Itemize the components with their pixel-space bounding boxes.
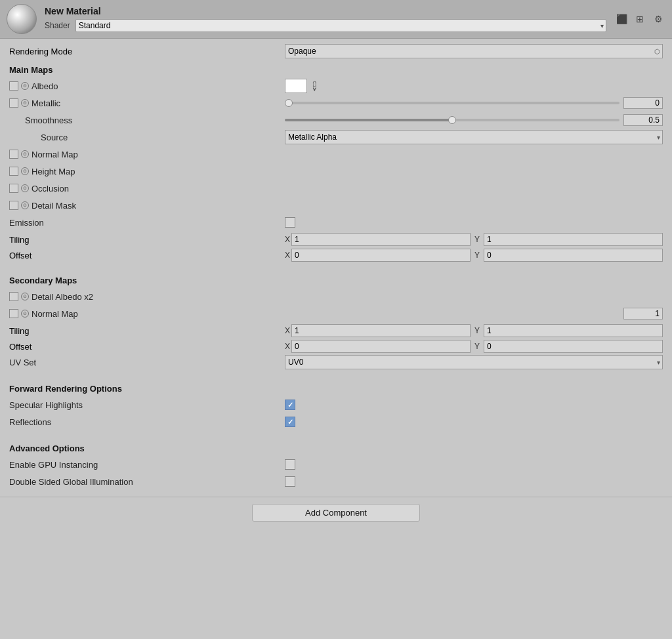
occlusion-circle-icon: ⊙ — [21, 184, 29, 192]
detail-mask-texture-slot[interactable] — [9, 201, 18, 210]
gpu-instancing-label-col: Enable GPU Instancing — [9, 460, 285, 470]
secondary-offset-x-label: X — [285, 342, 290, 351]
reflections-value-col — [285, 417, 663, 427]
secondary-offset-y-label: Y — [471, 342, 484, 351]
secondary-tiling-label: Tiling — [9, 326, 285, 336]
offset-x-label: X — [285, 251, 290, 260]
secondary-tiling-y-input[interactable] — [484, 324, 663, 337]
material-preview-sphere — [7, 4, 37, 34]
add-component-button[interactable]: Add Component — [252, 504, 420, 522]
metallic-value-field[interactable] — [623, 97, 663, 109]
secondary-tiling-fields: X Y — [285, 324, 663, 337]
eyedropper-icon[interactable]: 🖊 — [307, 79, 321, 93]
emission-checkbox[interactable] — [285, 217, 295, 228]
icon-btn-1[interactable]: ⬛ — [614, 12, 629, 26]
albedo-label: Albedo — [32, 81, 58, 91]
uv-set-label-col: UV Set — [9, 358, 285, 367]
double-sided-row: Double Sided Global Illumination — [9, 474, 663, 489]
uv-set-select[interactable]: UV0 UV1 — [285, 355, 663, 369]
forward-rendering-header: Forward Rendering Options — [9, 384, 663, 394]
detail-albedo-row: ⊙ Detail Albedo x2 — [9, 289, 663, 304]
inspector-content: Rendering Mode Opaque Cutout Fade Transp… — [0, 39, 672, 497]
double-sided-value-col — [285, 476, 663, 487]
secondary-offset-row: Offset X Y — [9, 339, 663, 354]
source-select-wrap[interactable]: Metallic Alpha Albedo Alpha — [285, 130, 663, 144]
uv-set-select-wrap[interactable]: UV0 UV1 — [285, 355, 663, 369]
gpu-instancing-label: Enable GPU Instancing — [9, 460, 98, 470]
uv-set-value-col: UV0 UV1 — [285, 355, 663, 369]
secondary-offset-label: Offset — [9, 342, 285, 352]
detail-albedo-label-col: ⊙ Detail Albedo x2 — [9, 292, 285, 302]
normal-map-row: ⊙ Normal Map — [9, 147, 663, 161]
detail-mask-label-col: ⊙ Detail Mask — [9, 201, 285, 211]
title-bar: New Material Shader Standard ⬛ ⊞ ⚙ — [0, 0, 672, 39]
tiling-x-label: X — [285, 235, 290, 244]
secondary-maps-header: Secondary Maps — [9, 276, 663, 285]
secondary-offset-y-input[interactable] — [484, 340, 663, 353]
secondary-normal-texture-slot[interactable] — [9, 309, 18, 318]
shader-dropdown-wrap[interactable]: Standard — [75, 19, 606, 32]
normal-map-texture-slot[interactable] — [9, 150, 18, 159]
occlusion-row: ⊙ Occlusion — [9, 181, 663, 196]
settings-icon[interactable]: ⚙ — [651, 12, 665, 26]
albedo-texture-slot[interactable] — [9, 81, 18, 91]
metallic-texture-slot[interactable] — [9, 98, 18, 108]
rendering-mode-label: Rendering Mode — [9, 47, 285, 56]
emission-label: Emission — [9, 218, 44, 228]
source-label-col: Source — [41, 133, 285, 142]
double-sided-label: Double Sided Global Illumination — [9, 477, 133, 487]
main-tiling-label: Tiling — [9, 235, 285, 245]
double-sided-checkbox[interactable] — [285, 476, 295, 487]
specular-value-col — [285, 400, 663, 410]
albedo-color-swatch[interactable] — [285, 79, 307, 93]
normal-map-label-col: ⊙ Normal Map — [9, 150, 285, 159]
source-select[interactable]: Metallic Alpha Albedo Alpha — [285, 130, 663, 144]
gpu-instancing-row: Enable GPU Instancing — [9, 457, 663, 472]
detail-albedo-texture-slot[interactable] — [9, 292, 18, 301]
unity-inspector-window: New Material Shader Standard ⬛ ⊞ ⚙ Rende… — [0, 0, 672, 528]
rendering-mode-select[interactable]: Opaque Cutout Fade Transparent — [285, 44, 663, 58]
secondary-normal-map-value-col — [285, 308, 663, 320]
gpu-instancing-checkbox[interactable] — [285, 459, 295, 470]
main-maps-header: Main Maps — [9, 65, 663, 75]
metallic-label: Metallic — [32, 98, 60, 108]
main-offset-y-input[interactable] — [484, 249, 663, 262]
main-offset-x-input[interactable] — [291, 249, 471, 262]
reflections-checkbox[interactable] — [285, 417, 295, 427]
albedo-row: ⊙ Albedo 🖊 — [9, 79, 663, 93]
main-tiling-x-input[interactable] — [291, 233, 471, 246]
smoothness-slider-track[interactable] — [285, 119, 620, 121]
occlusion-texture-slot[interactable] — [9, 184, 18, 193]
tiling-y-label: Y — [471, 235, 484, 244]
metallic-circle-icon: ⊙ — [21, 99, 29, 107]
secondary-offset-fields: X Y — [285, 340, 663, 353]
reflections-row: Reflections — [9, 415, 663, 429]
smoothness-label-col: Smoothness — [25, 115, 285, 125]
smoothness-value-field[interactable] — [623, 114, 663, 126]
metallic-slider-track[interactable] — [285, 102, 620, 104]
secondary-normal-map-row: ⊙ Normal Map — [9, 306, 663, 321]
reflections-label: Reflections — [9, 417, 51, 427]
detail-mask-label: Detail Mask — [32, 201, 76, 211]
shader-select[interactable]: Standard — [75, 19, 606, 32]
height-map-texture-slot[interactable] — [9, 167, 18, 176]
secondary-tiling-x-input[interactable] — [291, 324, 471, 337]
main-offset-fields: X Y — [285, 249, 663, 262]
advanced-options-header: Advanced Options — [9, 443, 663, 453]
detail-albedo-label: Detail Albedo x2 — [32, 292, 93, 302]
secondary-normal-value-field[interactable] — [623, 308, 663, 320]
shader-row: Shader Standard — [45, 19, 606, 32]
secondary-offset-x-input[interactable] — [291, 340, 471, 353]
smoothness-row: Smoothness — [9, 113, 663, 127]
shader-label: Shader — [45, 21, 70, 30]
specular-highlights-checkbox[interactable] — [285, 400, 295, 410]
icon-btn-2[interactable]: ⊞ — [633, 12, 647, 26]
smoothness-value-col — [285, 114, 663, 126]
uv-set-label: UV Set — [9, 358, 36, 367]
detail-albedo-circle-icon: ⊙ — [21, 293, 29, 300]
occlusion-label-col: ⊙ Occlusion — [9, 184, 285, 194]
offset-y-label: Y — [471, 251, 484, 260]
main-tiling-y-input[interactable] — [484, 233, 663, 246]
albedo-label-col: ⊙ Albedo — [9, 81, 285, 91]
rendering-mode-select-wrap[interactable]: Opaque Cutout Fade Transparent — [285, 44, 663, 58]
